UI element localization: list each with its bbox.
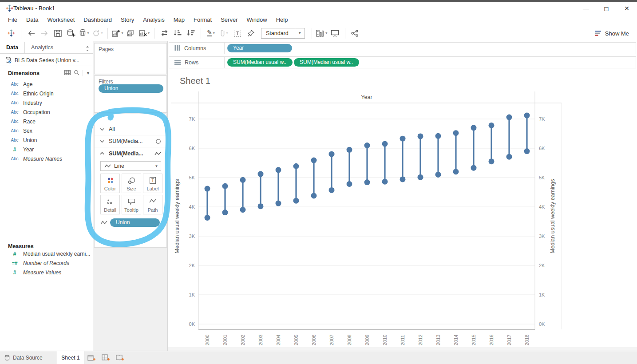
svg-text:2008: 2008 [347, 335, 352, 345]
menu-server[interactable]: Server [216, 15, 242, 24]
database-icon [4, 355, 10, 361]
chart-canvas[interactable]: Year0K0K1K1K2K2K3K3K4K4K5K5K6K6K7K7KMedi… [168, 71, 637, 351]
toolbar-separator [21, 28, 21, 39]
menu-worksheet[interactable]: Worksheet [43, 15, 79, 24]
new-worksheet-icon[interactable]: ▾ [112, 27, 123, 40]
maximize-button[interactable]: ◻ [596, 2, 617, 14]
color-button[interactable]: Color [100, 174, 120, 193]
field-sex[interactable]: AbcSex [0, 126, 93, 135]
tableau-home-icon[interactable] [5, 27, 17, 40]
svg-text:6K: 6K [539, 146, 545, 151]
chevron-down-icon[interactable]: ▼ [152, 162, 161, 170]
data-source-item[interactable]: BLS Data Series (Union v... [0, 55, 93, 66]
view-data-grid-icon[interactable] [64, 70, 71, 76]
pages-card[interactable]: Pages [94, 43, 167, 74]
chevron-down-icon[interactable] [100, 140, 104, 143]
field-median-usual-weekly-earnings[interactable]: #Median usual weekly earni... [0, 249, 93, 258]
menu-help[interactable]: Help [272, 15, 293, 24]
path-pill-union[interactable]: Union [110, 218, 160, 227]
swap-rows-columns-icon[interactable] [158, 27, 170, 40]
size-button[interactable]: Size [122, 174, 141, 193]
path-button[interactable]: Path [143, 195, 162, 214]
refresh-data-icon[interactable]: ▾ [92, 27, 103, 40]
field-age[interactable]: AbcAge [0, 79, 93, 89]
new-dashboard-button[interactable] [99, 351, 113, 364]
filter-pill-union[interactable]: Union [99, 84, 163, 93]
dropdown-caret-icon[interactable]: ▾ [87, 31, 89, 35]
field-ethnic-origin[interactable]: AbcEthnic Origin [0, 89, 93, 98]
dropdown-caret-icon[interactable]: ▾ [213, 31, 215, 35]
field-race[interactable]: AbcRace [0, 117, 93, 126]
text-label-icon[interactable]: T [232, 27, 243, 40]
marks-row-sum-2[interactable]: SUM(Media... [95, 147, 166, 159]
menu-analysis[interactable]: Analysis [138, 15, 169, 24]
label-button[interactable]: T Label [143, 174, 162, 193]
rows-pill-sum-median-1[interactable]: SUM(Median usual w.. [227, 58, 293, 67]
detail-button[interactable]: Detail [100, 195, 120, 214]
redo-icon[interactable] [39, 27, 50, 40]
menu-format[interactable]: Format [189, 15, 216, 24]
data-source-tab[interactable]: Data Source [0, 351, 57, 364]
field-year[interactable]: #Year [0, 145, 93, 154]
field-union[interactable]: AbcUnion [0, 135, 93, 145]
pane-updown-icon[interactable] [86, 42, 93, 53]
menu-data[interactable]: Data [22, 15, 43, 24]
duplicate-sheet-icon[interactable] [125, 27, 137, 40]
tab-data[interactable]: Data [0, 42, 25, 53]
rows-shelf[interactable]: Rows SUM(Median usual w.. SUM(Median usu… [169, 56, 636, 68]
clear-sheet-icon[interactable]: ▾ [138, 27, 150, 40]
marks-card[interactable]: All SUM(Media... SUM(Media... Line ▼ [94, 114, 167, 248]
new-data-source-icon[interactable] [65, 27, 77, 40]
view-fit-select[interactable]: Standard ▼ [261, 28, 305, 39]
mark-type-dropdown[interactable]: Line ▼ [100, 161, 161, 171]
marks-row-sum-1[interactable]: SUM(Media... [95, 135, 166, 147]
chevron-down-icon[interactable]: ▼ [86, 71, 90, 75]
chevron-up-icon[interactable] [100, 152, 104, 155]
svg-text:2014: 2014 [453, 335, 459, 345]
circle-mark-icon [155, 138, 161, 144]
fix-axes-pin-icon[interactable] [245, 27, 257, 40]
filters-card[interactable]: Filters Union [94, 75, 167, 113]
field-occupation[interactable]: AbcOccupation [0, 107, 93, 117]
sort-descending-icon[interactable] [185, 27, 197, 40]
pause-data-updates-icon[interactable]: ▾ [79, 27, 90, 40]
show-me-label: Show Me [605, 30, 629, 37]
chevron-down-icon[interactable] [100, 128, 104, 131]
dropdown-caret-icon[interactable]: ▾ [148, 31, 150, 35]
sheet-1-tab[interactable]: Sheet 1 [57, 351, 84, 364]
menu-dashboard[interactable]: Dashboard [79, 15, 116, 24]
columns-pill-year[interactable]: Year [227, 44, 292, 52]
rows-pill-sum-median-2[interactable]: SUM(Median usual w.. [294, 58, 359, 67]
svg-text:2K: 2K [539, 263, 545, 268]
sort-ascending-icon[interactable] [172, 27, 183, 40]
presentation-mode-icon[interactable] [329, 27, 341, 40]
dropdown-caret-icon[interactable]: ▾ [121, 31, 123, 35]
chevron-down-icon[interactable]: ▼ [295, 28, 305, 38]
menu-story[interactable]: Story [116, 15, 138, 24]
find-field-search-icon[interactable] [74, 70, 79, 77]
field-number-of-records[interactable]: =#Number of Records [0, 258, 93, 268]
field-measure-names[interactable]: AbcMeasure Names [0, 154, 93, 163]
new-worksheet-button[interactable] [84, 351, 99, 364]
path-icon [143, 198, 162, 203]
tab-analytics[interactable]: Analytics [25, 42, 59, 53]
close-button[interactable]: ✕ [617, 2, 637, 14]
menu-map[interactable]: Map [169, 15, 189, 24]
tooltip-button[interactable]: Tooltip [122, 195, 141, 214]
columns-shelf[interactable]: Columns Year [169, 42, 636, 54]
field-industry[interactable]: AbcIndustry [0, 98, 93, 107]
sheet-title[interactable]: Sheet 1 [180, 76, 210, 86]
menu-file[interactable]: File [4, 15, 22, 24]
field-measure-values[interactable]: #Measure Values [0, 268, 93, 277]
share-icon[interactable] [349, 27, 361, 40]
show-me-button[interactable]: Show Me [595, 25, 629, 41]
marks-row-all[interactable]: All [95, 123, 166, 135]
show-mark-labels-icon[interactable]: ▾ [316, 27, 328, 40]
minimize-button[interactable]: — [576, 2, 596, 14]
menu-window[interactable]: Window [242, 15, 271, 24]
save-icon[interactable] [52, 27, 63, 40]
highlight-icon[interactable]: ✎ ▾ [205, 27, 217, 40]
dropdown-caret-icon[interactable]: ▾ [325, 31, 327, 35]
new-story-button[interactable] [113, 351, 127, 364]
undo-icon[interactable] [25, 27, 37, 40]
